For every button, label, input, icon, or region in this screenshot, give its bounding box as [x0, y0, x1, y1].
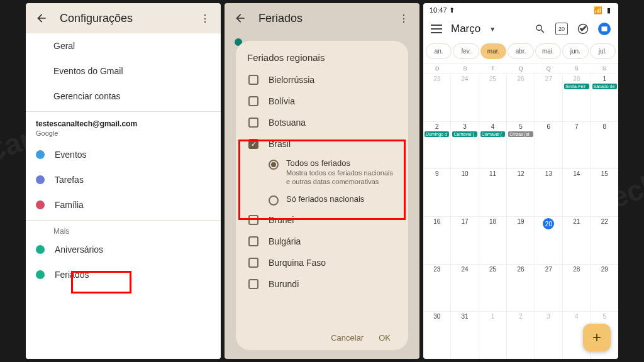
day-number: 25: [479, 266, 506, 273]
calendar-item[interactable]: Tarefas: [26, 167, 221, 192]
month-chip[interactable]: mai.: [535, 43, 561, 59]
month-chip[interactable]: fev.: [453, 43, 479, 59]
day-cell[interactable]: 1Sábado de: [591, 74, 618, 121]
month-chip[interactable]: mar.: [480, 43, 506, 59]
day-cell[interactable]: 27: [535, 265, 563, 312]
day-cell[interactable]: 6: [535, 122, 563, 169]
day-cell[interactable]: 31: [451, 312, 479, 359]
calendar-dot: [36, 150, 45, 159]
day-cell[interactable]: 4Carnaval (: [479, 122, 507, 169]
day-number: 26: [507, 75, 534, 82]
day-cell[interactable]: 27: [535, 74, 563, 121]
day-number: 24: [451, 266, 478, 273]
day-cell[interactable]: 13: [535, 169, 563, 216]
week-row: 16171819202122: [423, 216, 618, 264]
event-chip[interactable]: Sexta-Feir: [564, 84, 589, 89]
back-icon[interactable]: [233, 11, 247, 25]
day-cell[interactable]: 15: [591, 169, 618, 216]
fab-add-button[interactable]: +: [583, 324, 611, 351]
cancel-button[interactable]: Cancelar: [331, 333, 364, 343]
day-cell[interactable]: 2Domingo d: [423, 122, 451, 169]
month-chip[interactable]: jun.: [562, 43, 588, 59]
country-checkbox-row[interactable]: Bulgária: [245, 231, 399, 252]
calendar-item[interactable]: Família: [26, 192, 221, 217]
month-chip[interactable]: jul.: [590, 43, 616, 59]
day-cell[interactable]: 24: [451, 74, 479, 121]
day-cell[interactable]: 11: [479, 169, 507, 216]
day-number: 28: [563, 266, 590, 273]
day-cell[interactable]: 25: [479, 265, 507, 312]
settings-item[interactable]: Gerenciar contas: [26, 84, 221, 109]
event-chip[interactable]: Carnaval (: [480, 131, 505, 137]
hamburger-icon[interactable]: [431, 25, 442, 33]
day-cell[interactable]: 5Cinzas (at: [507, 122, 535, 169]
day-cell[interactable]: 26: [507, 265, 535, 312]
day-cell[interactable]: 28Sexta-Feir: [563, 74, 591, 121]
day-cell[interactable]: 25: [479, 74, 507, 121]
day-cell[interactable]: 24: [451, 265, 479, 312]
overflow-menu-icon[interactable]: ⋮: [198, 11, 212, 25]
search-icon[interactable]: [534, 23, 547, 35]
country-checkbox-row[interactable]: Burundi: [245, 273, 399, 295]
checkbox-icon: [248, 118, 258, 128]
day-cell[interactable]: 23: [423, 74, 451, 121]
day-number: 27: [535, 266, 562, 273]
event-chip[interactable]: Domingo d: [425, 131, 449, 137]
calendar-item[interactable]: Aniversários: [26, 237, 221, 262]
day-number: 22: [591, 218, 618, 225]
event-chip[interactable]: Cinzas (at: [508, 131, 533, 137]
day-cell[interactable]: 2: [507, 312, 535, 359]
country-checkbox-row[interactable]: Burquina Faso: [245, 252, 399, 273]
settings-item[interactable]: Geral: [26, 33, 221, 58]
day-cell[interactable]: 26: [507, 74, 535, 121]
weekday-label: T: [479, 63, 507, 74]
month-chip[interactable]: abr.: [508, 43, 533, 59]
day-cell[interactable]: 21: [563, 217, 591, 264]
day-cell[interactable]: 3: [535, 312, 563, 359]
day-cell[interactable]: 3Carnaval (: [451, 122, 479, 169]
day-cell[interactable]: 16: [423, 217, 451, 264]
day-number: 2: [507, 313, 534, 320]
day-cell[interactable]: 17: [451, 217, 479, 264]
day-number: 30: [423, 313, 450, 320]
day-cell[interactable]: 19: [507, 217, 535, 264]
day-cell[interactable]: 8: [591, 122, 618, 169]
day-cell[interactable]: 30: [423, 312, 451, 359]
event-chip[interactable]: Sábado de: [592, 84, 617, 89]
tasks-icon[interactable]: [577, 23, 589, 35]
day-cell[interactable]: 22: [591, 217, 618, 264]
day-cell[interactable]: 28: [563, 265, 591, 312]
day-number: 6: [535, 123, 562, 130]
overflow-menu-icon[interactable]: ⋮: [397, 11, 411, 25]
day-cell[interactable]: 10: [451, 169, 479, 216]
chevron-down-icon[interactable]: ▼: [489, 26, 496, 33]
today-icon[interactable]: 20: [555, 23, 568, 35]
settings-item[interactable]: Eventos do Gmail: [26, 58, 221, 84]
day-number: 24: [451, 75, 478, 82]
weekday-label: D: [423, 63, 451, 74]
day-cell[interactable]: 9: [423, 169, 451, 216]
country-checkbox-row[interactable]: Botsuana: [245, 112, 399, 133]
day-cell[interactable]: 7: [563, 122, 591, 169]
country-checkbox-row[interactable]: Bolívia: [245, 90, 399, 112]
day-cell[interactable]: 14: [563, 169, 591, 216]
account-row[interactable]: testescanaltech@gmail.com Google: [26, 114, 221, 142]
day-number: 21: [563, 218, 590, 225]
day-cell[interactable]: 23: [423, 265, 451, 312]
account-avatar-icon[interactable]: [598, 23, 611, 35]
day-cell[interactable]: 1: [479, 312, 507, 359]
month-name[interactable]: Março: [451, 23, 480, 35]
back-icon[interactable]: [35, 11, 48, 25]
weekday-label: S: [562, 63, 590, 74]
country-checkbox-row[interactable]: Bielorrússia: [245, 69, 399, 90]
day-cell[interactable]: 12: [507, 169, 535, 216]
day-cell[interactable]: 20: [535, 217, 563, 264]
calendar-item[interactable]: Eventos: [26, 142, 221, 167]
day-cell[interactable]: 29: [591, 265, 618, 312]
weekday-row: DSTQQSS: [423, 63, 618, 74]
day-cell[interactable]: 18: [479, 217, 507, 264]
month-chip[interactable]: an.: [426, 43, 452, 59]
event-chip[interactable]: Carnaval (: [452, 131, 477, 137]
calendar-dot: [36, 200, 45, 209]
ok-button[interactable]: OK: [379, 333, 391, 343]
